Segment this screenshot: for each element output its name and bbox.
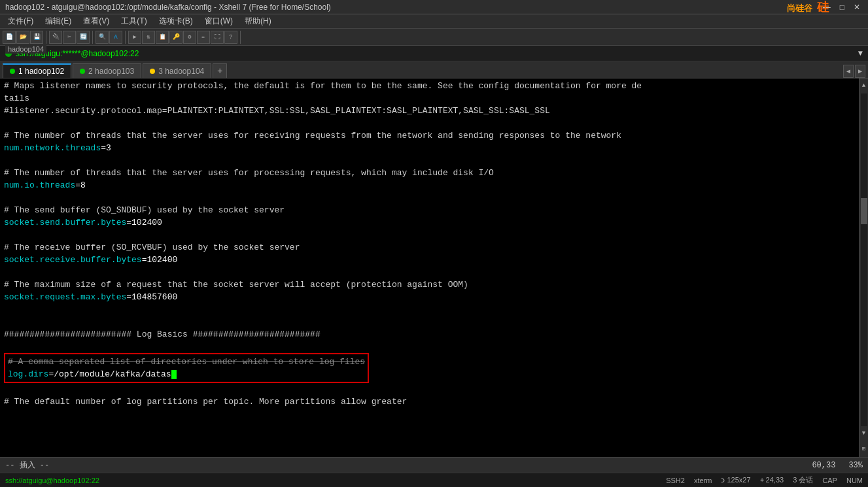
tb-sftp[interactable]: 📋 [156, 31, 169, 44]
toolbar-group-1: 📄 📂 💾 [3, 31, 46, 44]
status-bar: -- 插入 -- 60,33 33% [0, 457, 868, 473]
tb-keys[interactable]: 🔑 [169, 31, 182, 44]
menu-bar: 文件(F) 编辑(E) 查看(V) 工具(T) 选项卡(B) 窗口(W) 帮助(… [0, 14, 868, 29]
terminal-line-9: socket.send.buffer.bytes=102400 [4, 216, 864, 229]
terminal-line-14: ######################### Log Basics ###… [4, 328, 864, 341]
bottom-coords: ⌖ 24,33 [760, 476, 784, 484]
status-mode: -- 插入 -- [5, 460, 799, 471]
close-button[interactable]: ✕ [851, 3, 863, 12]
session-label-hadoop104: hadoop104 [5, 44, 46, 54]
terminal-line-3: #listener.security.protocol.map=PLAINTEX… [4, 105, 864, 117]
ssh-bar: ssh://atguigu:******@hadoop102:22 ▼ [0, 46, 868, 61]
tab-hadoop104[interactable]: 3 hadoop104 [143, 63, 211, 78]
bottom-ssh2: SSH2 [666, 477, 685, 484]
terminal-empty-2 [4, 154, 864, 167]
scroll-corner-icon[interactable]: ⊞ [859, 441, 868, 457]
scroll-thumb[interactable] [861, 198, 867, 224]
terminal-line-5: num.network.threads=3 [4, 142, 864, 154]
menu-window[interactable]: 窗口(W) [200, 14, 238, 28]
terminal-line-13: socket.request.max.bytes=104857600 [4, 291, 864, 303]
terminal-line-12: # The maximum size of a request that the… [4, 278, 864, 291]
tb-compose[interactable]: ✏ [197, 31, 210, 44]
tab-label-3: 3 hadoop104 [158, 67, 204, 76]
terminal-line-7: num.io.threads=8 [4, 179, 864, 192]
bottom-num: NUM [846, 477, 863, 484]
title-bar: hadoop102 - atguigu@hadoop102:/opt/modul… [0, 0, 868, 14]
tb-disconnect[interactable]: ✂ [63, 31, 76, 44]
tab-hadoop102[interactable]: 1 hadoop102 [3, 63, 71, 78]
menu-view[interactable]: 查看(V) [78, 14, 114, 28]
menu-tools[interactable]: 工具(T) [116, 14, 152, 28]
tab-scroll-buttons: ◀ ▶ [843, 65, 865, 78]
terminal-line-15: # A comma separated list of directories … [8, 356, 365, 368]
tb-settings[interactable]: ⚙ [183, 31, 196, 44]
status-position: 60,33 [812, 461, 835, 470]
window-title: hadoop102 - atguigu@hadoop102:/opt/modul… [5, 3, 331, 12]
bottom-right: SSH2 xterm ↄ 125x27 ⌖ 24,33 3 会话 CAP NUM [666, 475, 863, 485]
terminal-line-4: # The number of threads that the server … [4, 129, 864, 142]
tb-fullscreen[interactable]: ⛶ [211, 31, 224, 44]
terminal-empty-4 [4, 229, 864, 241]
tab-scroll-right[interactable]: ▶ [855, 65, 865, 78]
scroll-up[interactable]: ▲ [862, 80, 865, 92]
terminal-line-6: # The number of threads that the server … [4, 167, 864, 179]
terminal-empty-5 [4, 266, 864, 278]
tab-scroll-left[interactable]: ◀ [843, 65, 854, 78]
terminal-line-2: tails [4, 92, 864, 105]
tb-reconnect[interactable]: 🔄 [77, 31, 90, 44]
tb-transfer[interactable]: ⇅ [142, 31, 155, 44]
terminal-empty-3 [4, 192, 864, 204]
ssh-dropdown-arrow[interactable]: ▼ [858, 49, 863, 58]
tb-save[interactable]: 💾 [30, 31, 43, 44]
logo-area: 尚硅谷 硅 [787, 0, 829, 14]
tab-dot-2 [80, 69, 85, 74]
tab-label-1: 1 hadoop102 [18, 67, 64, 76]
menu-help[interactable]: 帮助(H) [239, 14, 277, 28]
terminal-area[interactable]: # Maps listener names to security protoc… [0, 78, 868, 457]
terminal-line-1: # Maps listener names to security protoc… [4, 80, 864, 92]
tab-dot-3 [150, 69, 155, 74]
bottom-xterm: xterm [694, 477, 712, 484]
terminal-empty-8 [4, 341, 864, 353]
tab-add-button[interactable]: + [213, 63, 227, 78]
tb-script[interactable]: ▶ [128, 31, 141, 44]
bottom-cap: CAP [822, 477, 837, 484]
tb-connect[interactable]: 🔌 [49, 31, 62, 44]
text-cursor [171, 370, 177, 379]
terminal-empty-9 [4, 383, 864, 395]
menu-edit[interactable]: 编辑(E) [40, 14, 77, 28]
tab-hadoop103[interactable]: 2 hadoop103 [73, 63, 141, 78]
tb-find[interactable]: 🔍 [95, 31, 109, 44]
terminal-line-17: # The default number of log partitions p… [4, 395, 864, 408]
maximize-button[interactable]: □ [837, 3, 847, 12]
toolbar: 📄 📂 💾 🔌 ✂ 🔄 🔍 A ▶ ⇅ 📋 🔑 ⚙ ✏ ⛶ ? [0, 29, 868, 46]
menu-file[interactable]: 文件(F) [3, 14, 39, 28]
bottom-rows: ↄ 125x27 [721, 476, 750, 484]
session-tabs: hadoop104 1 hadoop102 2 hadoop103 3 hado… [0, 61, 868, 78]
highlighted-section: # A comma separated list of directories … [4, 353, 856, 383]
toolbar-group-2: 🔌 ✂ 🔄 [49, 31, 93, 44]
terminal-line-11: socket.receive.buffer.bytes=102400 [4, 254, 864, 266]
scroll-down[interactable]: ▼ [862, 428, 865, 440]
terminal-line-16: log.dirs=/opt/module/kafka/datas [8, 368, 365, 380]
terminal-empty-6 [4, 303, 864, 316]
bottom-sessions: 3 会话 [793, 475, 813, 485]
tab-dot-1 [10, 69, 15, 74]
scrollbar[interactable]: ▲ ▼ [859, 78, 868, 441]
bottom-ssh: ssh://atguigu@hadoop102:22 [5, 477, 99, 484]
toolbar-group-4: ▶ ⇅ 📋 🔑 ⚙ ✏ ⛶ ? [128, 31, 241, 44]
scroll-track[interactable] [861, 93, 867, 426]
tb-help[interactable]: ? [224, 31, 237, 44]
tb-color[interactable]: A [109, 31, 122, 44]
tb-new[interactable]: 📄 [3, 31, 16, 44]
status-percent: 33% [848, 461, 863, 470]
status-right: 60,33 33% [812, 461, 863, 470]
terminal-line-8: # The send buffer (SO_SNDBUF) used by th… [4, 204, 864, 216]
tb-open[interactable]: 📂 [16, 31, 29, 44]
menu-tabs[interactable]: 选项卡(B) [154, 14, 198, 28]
bottom-bar: ssh://atguigu@hadoop102:22 SSH2 xterm ↄ … [0, 473, 868, 487]
tab-label-2: 2 hadoop103 [88, 67, 134, 76]
toolbar-group-3: 🔍 A [95, 31, 126, 44]
highlight-box: # A comma separated list of directories … [4, 353, 369, 383]
terminal-empty-1 [4, 117, 864, 129]
